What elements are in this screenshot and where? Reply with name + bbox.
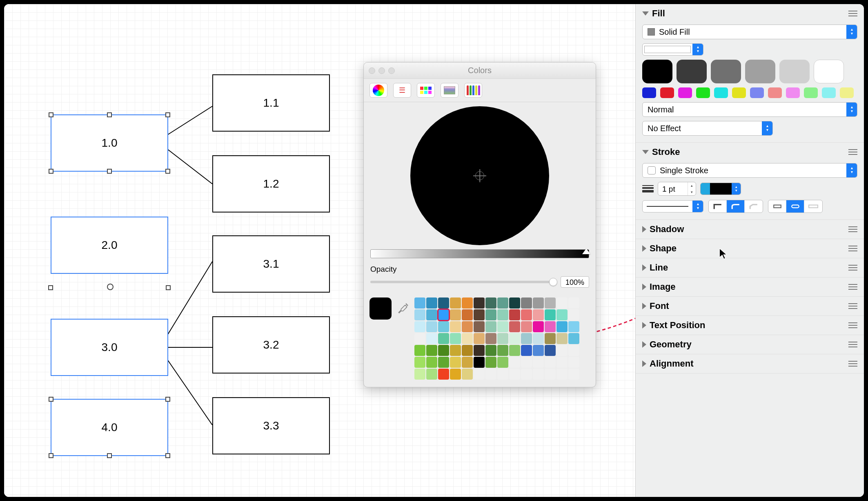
node-3-0[interactable]: 3.0 <box>51 319 168 376</box>
swatch[interactable] <box>474 369 485 380</box>
section-menu-icon[interactable] <box>848 322 857 328</box>
swatch[interactable] <box>438 309 449 320</box>
swatch[interactable] <box>426 357 437 368</box>
section-header[interactable]: Line <box>636 258 864 277</box>
swatch[interactable] <box>485 345 496 356</box>
swatch[interactable] <box>462 321 473 332</box>
line-style-popup[interactable] <box>642 200 703 212</box>
node-1-1[interactable]: 1.1 <box>212 74 330 132</box>
swatch[interactable] <box>568 297 579 309</box>
quick-color-swatch[interactable] <box>750 87 764 98</box>
swatch[interactable] <box>474 333 485 344</box>
quick-color-swatch[interactable] <box>768 87 782 98</box>
swatch[interactable] <box>426 309 437 320</box>
swatch[interactable] <box>533 369 544 380</box>
swatch[interactable] <box>545 297 556 309</box>
quick-color-swatch[interactable] <box>779 60 810 83</box>
node-3-3[interactable]: 3.3 <box>212 397 330 454</box>
section-header[interactable]: Shadow <box>636 220 864 239</box>
swatch[interactable] <box>497 321 508 332</box>
color-palettes-tab[interactable] <box>417 83 435 98</box>
stroke-type-popup[interactable]: Single Stroke <box>642 163 857 178</box>
quick-color-swatch[interactable] <box>711 60 741 83</box>
swatch[interactable] <box>533 321 544 332</box>
swatch[interactable] <box>497 309 508 320</box>
swatch[interactable] <box>568 357 579 368</box>
swatch[interactable] <box>568 333 579 344</box>
quick-color-swatch[interactable] <box>840 87 854 98</box>
swatch[interactable] <box>438 321 449 332</box>
swatch[interactable] <box>521 345 532 356</box>
swatch[interactable] <box>414 369 425 380</box>
quick-color-swatch[interactable] <box>642 87 656 98</box>
swatch[interactable] <box>438 333 449 344</box>
swatch[interactable] <box>556 357 568 368</box>
section-header[interactable]: Image <box>636 277 864 296</box>
section-menu-icon[interactable] <box>848 246 857 251</box>
swatch[interactable] <box>414 333 425 344</box>
swatch[interactable] <box>414 321 425 332</box>
cap-butt-icon[interactable] <box>768 200 786 212</box>
color-wheel-tab[interactable] <box>369 83 387 98</box>
opacity-value[interactable]: 100% <box>561 276 589 288</box>
swatch[interactable] <box>462 333 473 344</box>
swatch[interactable] <box>497 297 508 309</box>
quick-color-swatch[interactable] <box>804 87 818 98</box>
colors-panel-titlebar[interactable]: Colors <box>364 63 596 79</box>
swatch[interactable] <box>556 297 568 309</box>
swatch[interactable] <box>414 357 425 368</box>
section-menu-icon[interactable] <box>848 226 857 232</box>
swatch[interactable] <box>485 333 496 344</box>
section-menu-icon[interactable] <box>848 284 857 290</box>
stroke-weight-value[interactable]: 1 pt <box>658 182 688 195</box>
corner-round-icon[interactable] <box>727 200 745 212</box>
section-menu-icon[interactable] <box>848 361 857 367</box>
swatch[interactable] <box>509 333 520 344</box>
swatch[interactable] <box>450 357 461 368</box>
swatch[interactable] <box>450 297 461 309</box>
fill-section-header[interactable]: Fill <box>636 4 864 23</box>
swatch[interactable] <box>450 309 461 320</box>
swatch[interactable] <box>521 357 532 368</box>
swatch[interactable] <box>556 309 568 320</box>
swatch[interactable] <box>568 369 579 380</box>
swatch[interactable] <box>474 297 485 309</box>
swatch[interactable] <box>438 357 449 368</box>
swatch[interactable] <box>462 369 473 380</box>
swatch[interactable] <box>450 321 461 332</box>
color-wheel[interactable] <box>410 106 549 245</box>
swatch[interactable] <box>438 297 449 309</box>
section-menu-icon[interactable] <box>848 342 857 347</box>
swatch[interactable] <box>509 321 520 332</box>
quick-color-swatch[interactable] <box>696 87 710 98</box>
swatch[interactable] <box>462 309 473 320</box>
quick-color-swatch[interactable] <box>642 60 672 83</box>
disclosure-triangle-icon[interactable] <box>642 150 649 154</box>
swatch[interactable] <box>414 297 425 309</box>
swatch[interactable] <box>450 369 461 380</box>
swatch[interactable] <box>438 345 449 356</box>
current-color-swatch[interactable] <box>369 297 392 320</box>
quick-color-swatch[interactable] <box>822 87 836 98</box>
swatch[interactable] <box>545 333 556 344</box>
swatch[interactable] <box>485 309 496 320</box>
swatch[interactable] <box>497 357 508 368</box>
swatch[interactable] <box>509 345 520 356</box>
swatch[interactable] <box>545 369 556 380</box>
swatch[interactable] <box>426 321 437 332</box>
quick-color-swatch[interactable] <box>677 60 707 83</box>
fill-type-popup[interactable]: Solid Fill <box>642 25 857 39</box>
stroke-weight-input[interactable]: 1 pt ▴▾ <box>658 182 696 196</box>
swatch[interactable] <box>556 345 568 356</box>
quick-color-swatch[interactable] <box>745 60 775 83</box>
swatch[interactable] <box>426 345 437 356</box>
disclosure-triangle-icon[interactable] <box>642 245 646 252</box>
brightness-slider-thumb[interactable] <box>582 248 590 254</box>
swatch[interactable] <box>426 297 437 309</box>
cap-round-icon[interactable] <box>786 200 804 212</box>
swatch[interactable] <box>414 309 425 320</box>
section-menu-icon[interactable] <box>848 149 857 155</box>
swatch[interactable] <box>497 333 508 344</box>
opacity-slider[interactable] <box>370 281 556 283</box>
quick-color-swatch[interactable] <box>786 87 800 98</box>
